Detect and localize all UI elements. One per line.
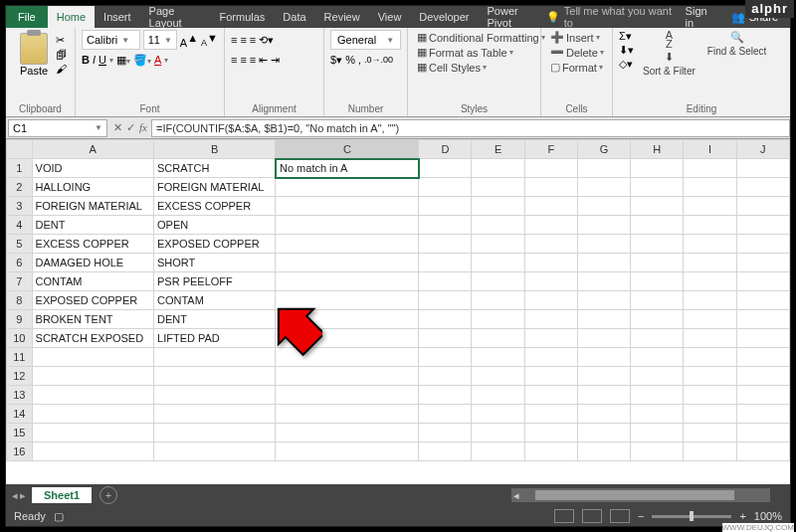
- fx-icon[interactable]: fx: [139, 121, 147, 134]
- cell-C14[interactable]: [276, 405, 419, 424]
- italic-button[interactable]: I: [93, 54, 96, 66]
- row-header-12[interactable]: 12: [7, 367, 33, 386]
- cell-D12[interactable]: [419, 367, 472, 386]
- autosum-icon[interactable]: Σ▾: [619, 30, 634, 43]
- cell-B2[interactable]: FOREIGN MATERIAL: [154, 178, 276, 197]
- cell-A13[interactable]: [32, 386, 153, 405]
- cell-B12[interactable]: [154, 367, 276, 386]
- zoom-slider[interactable]: [652, 515, 731, 518]
- cell-D15[interactable]: [419, 424, 472, 443]
- font-color-icon[interactable]: A: [154, 54, 161, 66]
- cell-B3[interactable]: EXCESS COPPER: [154, 197, 276, 216]
- macro-record-icon[interactable]: ▢: [54, 510, 64, 523]
- cell-C9[interactable]: [276, 310, 419, 329]
- cell-B9[interactable]: DENT: [154, 310, 276, 329]
- cut-icon[interactable]: ✂: [56, 34, 67, 47]
- comma-icon[interactable]: ,: [358, 54, 361, 66]
- increase-font-icon[interactable]: A▲: [180, 32, 198, 49]
- cell-B15[interactable]: [154, 424, 276, 443]
- cell-A9[interactable]: BROKEN TENT: [32, 310, 153, 329]
- normal-view-button[interactable]: [554, 509, 574, 523]
- format-painter-icon[interactable]: 🖌: [56, 63, 67, 75]
- cell-A2[interactable]: HALLOING: [32, 178, 153, 197]
- zoom-out-button[interactable]: −: [638, 510, 644, 522]
- col-header-J[interactable]: J: [736, 140, 789, 159]
- cell-B4[interactable]: OPEN: [154, 216, 276, 235]
- font-name-select[interactable]: Calibri▼: [82, 30, 140, 50]
- sort-filter-button[interactable]: AZ⬇ Sort & Filter: [640, 30, 698, 78]
- orientation-icon[interactable]: ⟲▾: [259, 34, 274, 47]
- cell-C1[interactable]: No match in A: [276, 159, 419, 178]
- cell-B5[interactable]: EXPOSED COPPER: [154, 235, 276, 254]
- row-header-2[interactable]: 2: [7, 178, 33, 197]
- align-top-icon[interactable]: ≡: [231, 34, 237, 46]
- cell-A16[interactable]: [32, 443, 153, 461]
- row-header-1[interactable]: 1: [7, 159, 33, 178]
- tab-insert[interactable]: Insert: [95, 6, 140, 28]
- indent-inc-icon[interactable]: ⇥: [271, 54, 280, 67]
- row-header-5[interactable]: 5: [7, 235, 33, 254]
- row-header-15[interactable]: 15: [7, 424, 33, 443]
- currency-icon[interactable]: $▾: [330, 54, 342, 67]
- horizontal-scrollbar[interactable]: ◂: [511, 488, 770, 502]
- cell-A10[interactable]: SCRATCH EXPOSED: [32, 329, 153, 348]
- tab-developer[interactable]: Developer: [410, 6, 478, 28]
- col-header-G[interactable]: G: [577, 140, 630, 159]
- cell-C11[interactable]: [276, 348, 419, 367]
- row-header-4[interactable]: 4: [7, 216, 33, 235]
- font-size-select[interactable]: 11▼: [143, 30, 177, 50]
- formula-bar[interactable]: =IF(COUNTIF($A:$A, $B1)=0, "No match in …: [151, 119, 790, 137]
- decrease-font-icon[interactable]: A▼: [201, 32, 218, 48]
- paste-button[interactable]: Paste: [12, 30, 56, 77]
- col-header-A[interactable]: A: [32, 140, 153, 159]
- cell-C7[interactable]: [276, 272, 419, 291]
- row-header-8[interactable]: 8: [7, 291, 33, 310]
- col-header-E[interactable]: E: [472, 140, 524, 159]
- conditional-formatting-button[interactable]: ▦ Conditional Formatting▾: [414, 30, 534, 45]
- cell-D8[interactable]: [419, 291, 472, 310]
- cell-D6[interactable]: [419, 254, 472, 272]
- cell-C2[interactable]: [276, 178, 419, 197]
- page-break-view-button[interactable]: [610, 509, 630, 523]
- col-header-F[interactable]: F: [524, 140, 577, 159]
- cell-A11[interactable]: [32, 348, 153, 367]
- cell-A7[interactable]: CONTAM: [32, 272, 153, 291]
- cell-A5[interactable]: EXCESS COPPER: [32, 235, 153, 254]
- cell-A3[interactable]: FOREIGN MATERIAL: [32, 197, 153, 216]
- tab-power-pivot[interactable]: Power Pivot: [478, 6, 545, 28]
- cell-A15[interactable]: [32, 424, 153, 443]
- border-icon[interactable]: ▦▾: [116, 54, 130, 67]
- add-sheet-button[interactable]: +: [100, 486, 117, 504]
- zoom-level[interactable]: 100%: [754, 510, 782, 522]
- cell-styles-button[interactable]: ▦ Cell Styles▾: [414, 60, 534, 75]
- row-header-7[interactable]: 7: [7, 272, 33, 291]
- format-as-table-button[interactable]: ▦ Format as Table▾: [414, 45, 534, 60]
- sheet-tab-sheet1[interactable]: Sheet1: [32, 487, 92, 503]
- tab-page-layout[interactable]: Page Layout: [140, 6, 211, 28]
- file-tab[interactable]: File: [6, 6, 48, 28]
- cell-C16[interactable]: [276, 443, 419, 461]
- row-header-10[interactable]: 10: [7, 329, 33, 348]
- cell-B14[interactable]: [154, 405, 276, 424]
- cell-C12[interactable]: [276, 367, 419, 386]
- cell-A12[interactable]: [32, 367, 153, 386]
- col-header-C[interactable]: C: [276, 140, 419, 159]
- tab-review[interactable]: Review: [315, 6, 369, 28]
- tab-home[interactable]: Home: [48, 6, 95, 28]
- increase-decimal-icon[interactable]: .0→.00: [364, 55, 393, 65]
- cell-A6[interactable]: DAMAGED HOLE: [32, 254, 153, 272]
- tab-formulas[interactable]: Formulas: [211, 6, 275, 28]
- cell-C5[interactable]: [276, 235, 419, 254]
- cell-B16[interactable]: [154, 443, 276, 461]
- row-header-11[interactable]: 11: [7, 348, 33, 367]
- find-select-button[interactable]: 🔍 Find & Select: [704, 30, 769, 78]
- cell-D2[interactable]: [419, 178, 472, 197]
- cell-C10[interactable]: [276, 329, 419, 348]
- cell-B1[interactable]: SCRATCH: [154, 159, 276, 178]
- cell-B8[interactable]: CONTAM: [154, 291, 276, 310]
- delete-cells-button[interactable]: ➖ Delete▾: [547, 45, 606, 60]
- cell-A8[interactable]: EXPOSED COPPER: [32, 291, 153, 310]
- align-left-icon[interactable]: ≡: [231, 54, 237, 66]
- row-header-16[interactable]: 16: [7, 443, 33, 461]
- cell-B13[interactable]: [154, 386, 276, 405]
